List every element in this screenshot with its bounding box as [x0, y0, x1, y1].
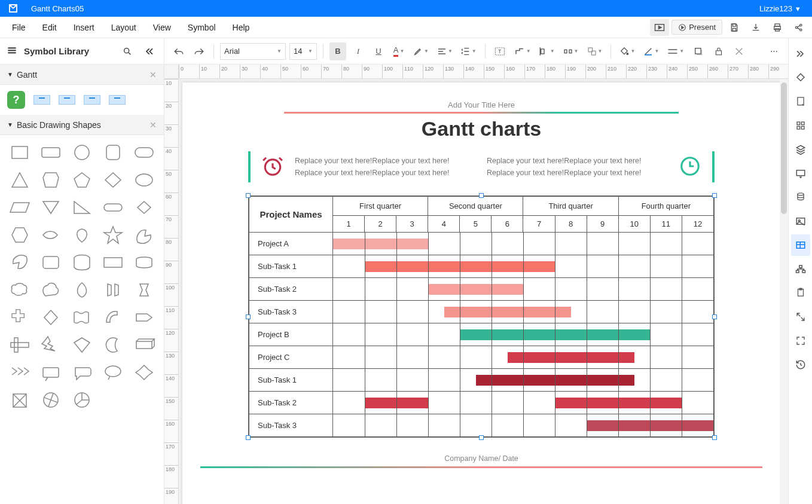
share-button[interactable]	[789, 19, 808, 36]
more-button[interactable]: ⋯	[765, 42, 782, 60]
underline-button[interactable]: U	[370, 42, 387, 60]
shape-item[interactable]	[5, 222, 35, 248]
menu-insert[interactable]: Insert	[65, 19, 103, 36]
shape-item[interactable]	[129, 140, 159, 165]
help-icon[interactable]: ?	[7, 91, 25, 109]
page-title[interactable]: Gantt charts	[200, 117, 762, 140]
font-size-select[interactable]: 14▼	[289, 43, 317, 60]
info-text-2[interactable]: Replace your text here!Replace your text…	[487, 155, 668, 179]
components-button[interactable]	[791, 115, 810, 136]
shape-item[interactable]	[5, 332, 35, 358]
shape-item[interactable]	[98, 332, 128, 358]
shape-item[interactable]	[5, 277, 35, 303]
shape-item[interactable]	[36, 222, 66, 248]
shape-item[interactable]	[67, 387, 97, 413]
shape-item[interactable]	[98, 277, 128, 303]
undo-button[interactable]	[170, 42, 187, 60]
font-color-button[interactable]: A▼	[390, 42, 407, 60]
shape-item[interactable]	[36, 195, 66, 220]
shape-item[interactable]	[36, 332, 66, 358]
shape-item[interactable]	[129, 167, 159, 193]
export-button[interactable]	[746, 19, 765, 36]
expand-rail-button[interactable]	[791, 43, 810, 65]
gantt-chart[interactable]: Project Names First quarter Second quart…	[248, 196, 715, 438]
shape-item[interactable]	[36, 387, 66, 413]
menu-file[interactable]: File	[4, 19, 34, 36]
redo-button[interactable]	[191, 42, 207, 60]
shape-item[interactable]	[36, 305, 66, 330]
shape-item[interactable]	[98, 140, 128, 165]
selection-handle[interactable]	[479, 193, 484, 198]
tools-button[interactable]	[731, 42, 747, 60]
fit-button[interactable]	[791, 330, 810, 352]
shape-item[interactable]	[67, 250, 97, 275]
lock-button[interactable]	[710, 42, 727, 60]
layers-button[interactable]	[791, 139, 810, 160]
theme-button[interactable]	[791, 67, 810, 88]
text-tool-button[interactable]: T	[492, 42, 508, 60]
highlight-button[interactable]: ▼	[411, 42, 431, 60]
selection-handle[interactable]	[246, 435, 251, 440]
shape-item[interactable]	[98, 195, 128, 220]
gantt-shape-1[interactable]	[33, 95, 50, 105]
scrollbar-vertical[interactable]	[780, 79, 788, 504]
group-button[interactable]: ▼	[585, 42, 605, 60]
shape-item[interactable]	[67, 222, 97, 248]
selection-handle[interactable]	[246, 314, 251, 319]
shape-item[interactable]	[129, 195, 159, 220]
bold-button[interactable]: B	[329, 42, 346, 60]
menu-help[interactable]: Help	[224, 19, 258, 36]
search-library-button[interactable]	[120, 44, 135, 59]
section-basic-shapes[interactable]: ▼ Basic Drawing Shapes ✕	[0, 115, 164, 135]
gantt-bar[interactable]	[428, 284, 523, 295]
gantt-bar[interactable]	[508, 352, 634, 363]
hierarchy-button[interactable]	[791, 258, 810, 280]
menu-edit[interactable]: Edit	[34, 19, 65, 36]
distribute-button[interactable]: ▼	[561, 42, 581, 60]
canvas-scroll[interactable]: Add Your Title Here Gantt charts Replace…	[179, 79, 788, 504]
shape-item[interactable]	[67, 195, 97, 220]
selection-handle[interactable]	[712, 193, 717, 198]
subtitle[interactable]: Add Your Title Here	[200, 100, 762, 109]
shape-item[interactable]	[5, 167, 35, 193]
shadow-button[interactable]	[690, 42, 707, 60]
shape-item[interactable]	[36, 167, 66, 193]
shape-item[interactable]	[129, 250, 159, 275]
footer-text[interactable]: Company Name/ Date	[200, 454, 762, 463]
align-button[interactable]: ▼	[435, 42, 455, 60]
shape-item[interactable]	[67, 305, 97, 330]
shape-item[interactable]	[67, 360, 97, 385]
line-style-button[interactable]: ▼	[665, 42, 686, 60]
shape-item[interactable]	[129, 222, 159, 248]
gantt-bar[interactable]	[444, 307, 571, 317]
connector-button[interactable]: ▼	[512, 42, 533, 60]
shape-item[interactable]	[36, 140, 66, 165]
shape-item[interactable]	[5, 140, 35, 165]
clipboard-button[interactable]	[791, 282, 810, 304]
close-icon[interactable]: ✕	[149, 70, 157, 80]
user-menu[interactable]: Lizzie123 ▾	[755, 4, 805, 13]
gantt-shape-3[interactable]	[84, 95, 100, 105]
shape-item[interactable]	[67, 277, 97, 303]
shape-item[interactable]	[98, 222, 128, 248]
shape-item[interactable]	[98, 360, 128, 385]
shape-item[interactable]	[67, 140, 97, 165]
shape-item[interactable]	[98, 305, 128, 330]
shape-item[interactable]	[5, 387, 35, 413]
data-button[interactable]	[791, 187, 810, 208]
line-spacing-button[interactable]: ▼	[459, 42, 479, 60]
font-select[interactable]: Arial▼	[220, 43, 286, 60]
selection-handle[interactable]	[246, 193, 251, 198]
shape-item[interactable]	[36, 250, 66, 275]
shape-item[interactable]	[5, 195, 35, 220]
shape-item[interactable]	[5, 250, 35, 275]
table-button[interactable]	[791, 234, 810, 256]
shape-item[interactable]	[67, 167, 97, 193]
page-setup-button[interactable]	[791, 91, 810, 112]
shape-item[interactable]	[98, 250, 128, 275]
shape-item[interactable]	[36, 277, 66, 303]
shape-item[interactable]	[98, 167, 128, 193]
print-button[interactable]	[768, 19, 787, 36]
line-color-button[interactable]: ▼	[641, 42, 661, 60]
menu-view[interactable]: View	[145, 19, 179, 36]
